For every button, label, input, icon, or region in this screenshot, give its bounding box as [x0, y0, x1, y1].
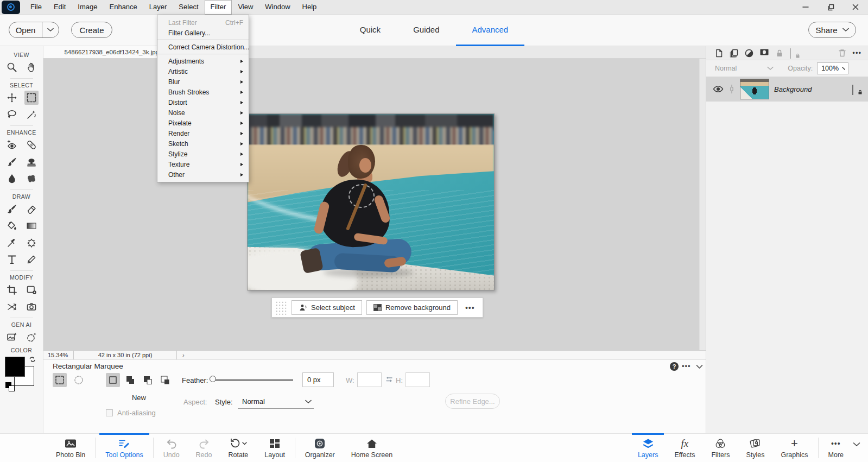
filter-menu-adjustments[interactable]: Adjustments: [157, 56, 249, 66]
menu-help[interactable]: Help: [296, 0, 323, 15]
zoom-level-field[interactable]: 15.34%: [43, 351, 74, 359]
filter-menu-filter-gallery[interactable]: Filter Gallery...: [157, 28, 249, 38]
filter-menu-texture[interactable]: Texture: [157, 159, 249, 169]
taskbar-layers[interactable]: Layers: [630, 434, 667, 462]
taskbar-styles[interactable]: Styles: [738, 434, 772, 462]
quick-actions-more-button[interactable]: •••: [462, 303, 478, 312]
swap-colors-icon[interactable]: [28, 355, 37, 364]
layer-link-icon[interactable]: [728, 84, 735, 94]
menu-filter[interactable]: Filter: [205, 0, 232, 15]
cookie-cutter-tool-icon[interactable]: [24, 283, 39, 297]
close-icon[interactable]: [843, 0, 868, 15]
quick-selection-tool-icon[interactable]: [24, 107, 39, 122]
generative-select-tool-icon[interactable]: [24, 330, 39, 344]
paint-bucket-tool-icon[interactable]: [5, 219, 19, 233]
status-expand-chevron-icon[interactable]: ›: [182, 352, 185, 358]
filter-menu-blur[interactable]: Blur: [157, 77, 249, 87]
taskbar-effects[interactable]: fx Effects: [666, 434, 703, 462]
smart-brush-tool-icon[interactable]: [5, 155, 19, 169]
layers-panel-more-icon[interactable]: •••: [852, 49, 861, 57]
tab-guided[interactable]: Guided: [397, 15, 455, 46]
sponge-tool-icon[interactable]: [24, 172, 39, 186]
minimize-icon[interactable]: [793, 0, 818, 15]
default-colors-icon[interactable]: [9, 385, 15, 391]
layer-thumbnail[interactable]: [740, 79, 769, 99]
filter-menu-artistic[interactable]: Artistic: [157, 66, 249, 77]
filter-menu-brush-strokes[interactable]: Brush Strokes: [157, 87, 249, 97]
clone-stamp-tool-icon[interactable]: [24, 155, 39, 169]
menu-enhance[interactable]: Enhance: [104, 0, 143, 15]
restore-icon[interactable]: [818, 0, 843, 15]
menu-view[interactable]: View: [232, 0, 259, 15]
eraser-tool-icon[interactable]: [24, 202, 39, 216]
select-subject-button[interactable]: Select subject: [292, 300, 362, 315]
filter-menu-distort[interactable]: Distort: [157, 97, 249, 107]
taskbar-photo-bin[interactable]: Photo Bin: [48, 434, 93, 462]
adjustment-layer-icon[interactable]: [744, 48, 754, 58]
tab-advanced[interactable]: Advanced: [456, 15, 525, 46]
selection-mode-subtract-icon[interactable]: [141, 373, 155, 387]
filter-menu-other[interactable]: Other: [157, 169, 249, 180]
collapse-panel-chevron-icon[interactable]: [696, 364, 703, 369]
taskbar-redo[interactable]: Redo: [188, 434, 220, 462]
spot-healing-brush-tool-icon[interactable]: [24, 138, 39, 152]
gradient-tool-icon[interactable]: [24, 219, 39, 233]
move-tool-icon[interactable]: [5, 91, 19, 105]
drag-handle[interactable]: [275, 301, 287, 315]
selection-mode-new-icon[interactable]: [106, 373, 120, 387]
foreground-color-swatch[interactable]: [5, 357, 25, 377]
brush-tool-icon[interactable]: [5, 202, 19, 216]
height-input[interactable]: [406, 372, 430, 387]
blur-tool-icon[interactable]: [5, 172, 19, 186]
photo-image[interactable]: [247, 113, 495, 290]
canvas-vertical-scrollbar[interactable]: [699, 59, 706, 350]
recompose-tool-icon[interactable]: [24, 300, 39, 314]
width-input[interactable]: [357, 372, 382, 387]
taskbar-filters[interactable]: Filters: [703, 434, 738, 462]
type-tool-icon[interactable]: [5, 252, 19, 267]
taskbar-organizer[interactable]: Organizer: [297, 434, 343, 462]
layer-row-background[interactable]: Background: [706, 77, 868, 102]
taskbar-collapse-chevron-icon[interactable]: [852, 434, 868, 462]
filter-menu-render[interactable]: Render: [157, 128, 249, 138]
layer-visibility-eye-icon[interactable]: [713, 85, 724, 93]
generative-fill-tool-icon[interactable]: [5, 330, 19, 344]
crop-tool-icon[interactable]: [5, 283, 19, 297]
menu-layer[interactable]: Layer: [143, 0, 173, 15]
filter-menu-sketch[interactable]: Sketch: [157, 138, 249, 149]
hand-tool-icon[interactable]: [24, 60, 39, 74]
feather-value-input[interactable]: 0 px: [302, 372, 334, 387]
canvas[interactable]: Select subject Remove background •••: [43, 59, 706, 350]
taskbar-home-screen[interactable]: Home Screen: [343, 434, 401, 462]
remove-background-button[interactable]: Remove background: [366, 300, 458, 315]
feather-slider[interactable]: [213, 379, 293, 381]
filter-menu-pixelate[interactable]: Pixelate: [157, 118, 249, 128]
menu-edit[interactable]: Edit: [48, 0, 72, 15]
custom-shape-tool-icon[interactable]: [24, 236, 39, 250]
new-layer-icon[interactable]: [714, 48, 724, 58]
taskbar-layout[interactable]: Layout: [256, 434, 293, 462]
menu-file[interactable]: File: [24, 0, 48, 15]
refine-edge-button[interactable]: Refine Edge...: [445, 394, 500, 409]
lasso-tool-icon[interactable]: [5, 107, 19, 122]
share-button[interactable]: Share: [808, 22, 856, 38]
marquee-elliptical-option-icon[interactable]: [72, 373, 86, 387]
taskbar-tool-options[interactable]: Tool Options: [97, 434, 151, 462]
style-dropdown[interactable]: Normal: [238, 395, 314, 409]
rectangular-marquee-tool-icon[interactable]: [24, 91, 39, 105]
feather-slider-knob[interactable]: [210, 376, 216, 382]
document-size-info[interactable]: 42 in x 30 in (72 ppi): [74, 351, 177, 359]
tab-quick[interactable]: Quick: [344, 15, 397, 46]
background-layer-lock-icon[interactable]: [852, 85, 861, 93]
taskbar-graphics[interactable]: + Graphics: [772, 434, 816, 462]
red-eye-removal-tool-icon[interactable]: [5, 138, 19, 152]
opacity-dropdown[interactable]: 100%: [817, 62, 848, 74]
pencil-tool-icon[interactable]: [24, 252, 39, 267]
taskbar-more[interactable]: ••• More: [820, 434, 852, 462]
taskbar-rotate[interactable]: Rotate: [220, 434, 256, 462]
filter-menu-correct-camera-distortion[interactable]: Correct Camera Distortion...: [157, 42, 249, 52]
layer-mask-icon[interactable]: [759, 47, 769, 59]
menu-window[interactable]: Window: [259, 0, 296, 15]
new-group-icon[interactable]: [729, 48, 739, 58]
help-icon[interactable]: ?: [670, 362, 679, 371]
